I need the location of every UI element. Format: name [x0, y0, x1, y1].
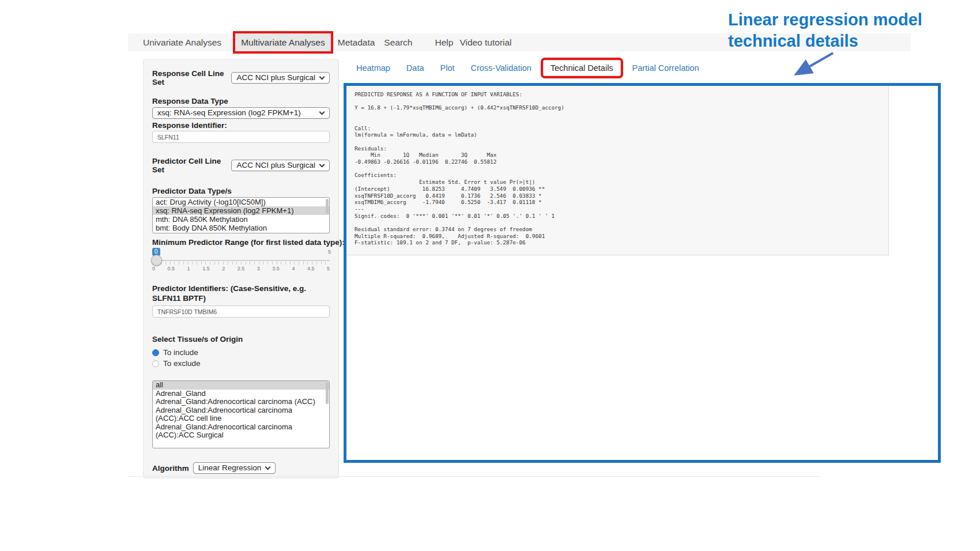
- response-data-type-label: Response Data Type: [152, 97, 330, 105]
- tick-label: 1: [187, 266, 190, 271]
- tick-label: 3: [257, 266, 260, 271]
- nav-metadata[interactable]: Metadata: [338, 33, 375, 51]
- tab-cross-validation[interactable]: Cross-Validation: [462, 60, 539, 76]
- annotation-line1: Linear regression model: [728, 9, 922, 31]
- response-identifier-label: Response Identifier:: [152, 121, 330, 130]
- tick-label: 4.5: [307, 266, 315, 271]
- predictor-data-types-listbox: act: Drug Activity (-log10[IC50M]) xsq: …: [152, 197, 330, 233]
- list-item[interactable]: mth: DNA 850K Methylation: [153, 215, 329, 224]
- predictor-cell-line-set-select[interactable]: ACC NCI plus Surgical: [231, 160, 330, 171]
- list-item[interactable]: bmt: Body DNA 850K Methylation: [153, 224, 329, 232]
- annotation-callout: Linear regression model technical detail…: [728, 9, 922, 52]
- list-item[interactable]: Adrenal_Gland:Adrenocortical carcinoma (…: [153, 423, 329, 440]
- algorithm-select[interactable]: Linear Regression: [193, 462, 276, 474]
- list-item[interactable]: Adrenal_Gland: [153, 390, 329, 398]
- tick-label: 2.5: [238, 266, 245, 271]
- tab-plot[interactable]: Plot: [432, 60, 462, 76]
- result-tabs: Heatmap Data Plot Cross-Validation Techn…: [348, 60, 707, 76]
- nav-multivariate-analyses[interactable]: Multivariate Analyses: [235, 33, 331, 51]
- chevron-down-icon: [265, 465, 271, 470]
- response-cell-line-set-label: Response Cell Line Set: [152, 69, 227, 86]
- list-item[interactable]: all: [153, 381, 329, 390]
- nav-help[interactable]: Help: [435, 33, 453, 51]
- tab-data[interactable]: Data: [398, 60, 432, 76]
- chevron-down-icon: [319, 110, 325, 115]
- algorithm-label: Algorithm: [152, 464, 189, 473]
- regression-output-text: PREDICTED RESPONSE AS A FUNCTION OF INPU…: [346, 86, 889, 255]
- scrollbar-thumb[interactable]: [326, 199, 329, 214]
- list-item[interactable]: Adrenal_Gland:Adrenocortical carcinoma (…: [153, 406, 329, 423]
- slider-tick-labels: 0 0.5 1 1.5 2 2.5 3 3.5 4 4.5 5: [152, 266, 330, 271]
- page: Linear regression model technical detail…: [0, 0, 980, 551]
- response-identifier-input[interactable]: [152, 131, 330, 143]
- tissue-exclude-option[interactable]: To exclude: [152, 358, 330, 369]
- tissue-listbox: all Adrenal_Gland Adrenal_Gland:Adrenoco…: [152, 380, 330, 448]
- nav-search[interactable]: Search: [384, 33, 412, 51]
- tick-label: 0.5: [168, 266, 175, 271]
- response-cell-line-set-value: ACC NCI plus Surgical: [236, 73, 315, 82]
- annotation-line2: technical details: [728, 31, 922, 52]
- radio-unselected-icon[interactable]: [152, 360, 159, 367]
- response-data-type-value: xsq: RNA-seq Expression (log2 FPKM+1): [157, 108, 301, 117]
- chevron-down-icon: [319, 74, 325, 80]
- nav-video-tutorial[interactable]: Video tutorial: [459, 33, 511, 51]
- tab-partial-correlation[interactable]: Partial Correlation: [624, 60, 707, 76]
- tick-label: 2: [222, 266, 225, 271]
- slider-max-label: 5: [328, 249, 331, 255]
- tick-label: 0: [152, 266, 155, 271]
- tab-technical-details[interactable]: Technical Details: [543, 60, 621, 76]
- slider-handle[interactable]: [151, 255, 162, 266]
- algorithm-value: Linear Regression: [198, 463, 262, 472]
- tissue-origin-label: Select Tissue/s of Origin: [152, 335, 330, 344]
- list-item[interactable]: xsq: RNA-seq Expression (log2 FPKM+1): [153, 206, 329, 215]
- sidebar-panel: Response Cell Line Set ACC NCI plus Surg…: [143, 59, 339, 478]
- min-predictor-range-label: Minimum Predictor Range (for first liste…: [152, 238, 330, 247]
- tissue-include-label: To include: [163, 348, 198, 357]
- slider-track[interactable]: [152, 260, 330, 261]
- min-predictor-range-slider: 0 5 0 0.5 1 1.5 2 2.5 3 3.5 4 4.5 5: [152, 248, 330, 274]
- tick-label: 4: [292, 266, 295, 271]
- response-cell-line-set-select[interactable]: ACC NCI plus Surgical: [231, 72, 330, 84]
- radio-selected-icon[interactable]: [152, 349, 159, 356]
- scrollbar-thumb[interactable]: [326, 382, 329, 404]
- technical-details-panel: PREDICTED RESPONSE AS A FUNCTION OF INPU…: [344, 83, 941, 463]
- predictor-data-types-label: Predictor Data Type/s: [152, 187, 330, 195]
- tick-label: 1.5: [202, 266, 210, 271]
- bottom-divider: [128, 476, 820, 477]
- predictor-cell-line-set-label: Predictor Cell Line Set: [152, 157, 227, 174]
- chevron-down-icon: [319, 162, 325, 168]
- predictor-identifiers-input[interactable]: [152, 305, 330, 318]
- annotation-arrow-icon: [784, 50, 839, 81]
- predictor-cell-line-set-value: ACC NCI plus Surgical: [236, 161, 315, 169]
- tick-label: 3.5: [272, 266, 280, 271]
- response-data-type-select[interactable]: xsq: RNA-seq Expression (log2 FPKM+1): [152, 107, 330, 119]
- tissue-exclude-label: To exclude: [163, 359, 201, 368]
- list-item[interactable]: act: Drug Activity (-log10[IC50M]): [153, 198, 329, 206]
- tissue-include-option[interactable]: To include: [152, 347, 330, 358]
- nav-univariate-analyses[interactable]: Univariate Analyses: [143, 33, 221, 51]
- slider-ticks: [152, 262, 330, 265]
- predictor-identifiers-label: Predictor Identifiers: (Case-Sensitive, …: [152, 284, 330, 303]
- tab-heatmap[interactable]: Heatmap: [348, 60, 398, 76]
- list-item[interactable]: Adrenal_Gland:Adrenocortical carcinoma (…: [153, 398, 329, 406]
- tick-label: 5: [327, 266, 330, 271]
